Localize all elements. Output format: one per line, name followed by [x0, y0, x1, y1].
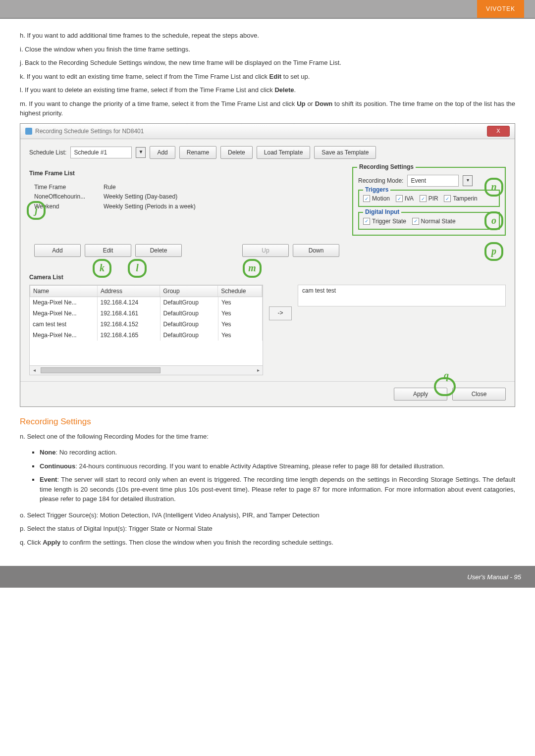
camera-row[interactable]: cam test test192.168.4.152DefaultGroupYe…: [30, 319, 263, 330]
step-l: l. If you want to delete an existing tim…: [20, 85, 515, 95]
content-area: h. If you want to add additional time fr…: [0, 19, 535, 566]
page-header: VIVOTEK: [0, 0, 535, 19]
move-right-button[interactable]: ->: [269, 306, 292, 320]
marker-k: k: [93, 259, 111, 278]
close-button[interactable]: Close: [452, 388, 506, 401]
camera-row[interactable]: Mega-Pixel Ne...192.168.4.165DefaultGrou…: [30, 330, 263, 341]
camera-scrollbar[interactable]: ◂ ▸: [30, 365, 263, 375]
window-title: Recording Schedule Settings for ND8401: [35, 128, 487, 135]
delete-schedule-button[interactable]: Delete: [220, 146, 253, 159]
step-m: m. If you want to change the priority of…: [20, 99, 515, 118]
load-template-button[interactable]: Load Template: [257, 146, 311, 159]
iva-checkbox[interactable]: ✓IVA: [396, 195, 414, 202]
tf-up-button[interactable]: Up: [242, 244, 289, 257]
tf-col-rule: Rule: [104, 184, 116, 191]
tf-edit-button[interactable]: Edit: [85, 244, 131, 257]
marker-q: q: [444, 370, 449, 381]
step-q: q. Click Apply to confirm the settings. …: [20, 538, 515, 548]
motion-checkbox[interactable]: ✓Motion: [363, 195, 390, 202]
digital-input-title: Digital Input: [363, 208, 401, 215]
recording-settings-heading: Recording Settings: [20, 417, 515, 427]
mode-bullets: None: No recording action. Continuous: 2…: [20, 448, 515, 504]
recording-mode-label: Recording Mode:: [358, 177, 403, 184]
step-h: h. If you want to add additional time fr…: [20, 31, 515, 41]
marker-n: n: [484, 178, 503, 197]
cam-col-schedule: Schedule: [218, 286, 262, 297]
page-footer: User's Manual - 95: [0, 566, 535, 588]
tf-down-button[interactable]: Down: [293, 244, 339, 257]
scroll-thumb[interactable]: [41, 367, 160, 373]
marker-p: p: [484, 242, 503, 261]
step-o: o. Select Trigger Source(s): Motion Dete…: [20, 510, 515, 520]
tf-header-row: Time Frame Rule: [34, 183, 339, 192]
step-p: p. Select the status of Digital Input(s)…: [20, 524, 515, 534]
tf-add-button[interactable]: Add: [34, 244, 81, 257]
brand-label: VIVOTEK: [477, 0, 524, 18]
rename-button[interactable]: Rename: [179, 146, 216, 159]
normal-state-checkbox[interactable]: ✓Normal State: [412, 218, 456, 225]
cam-col-group: Group: [160, 286, 218, 297]
selected-camera-box: cam test test: [298, 285, 506, 306]
step-i: i. Close the window when you finish the …: [20, 45, 515, 54]
recording-mode-dropdown[interactable]: Event: [407, 175, 459, 187]
window-close-button[interactable]: X: [487, 126, 510, 137]
schedule-row: Schedule List: Schedule #1 ▼ Add Rename …: [29, 146, 506, 159]
bullet-none: None: No recording action.: [40, 448, 515, 457]
tamper-checkbox[interactable]: ✓Tamperin: [444, 195, 477, 202]
add-schedule-button[interactable]: Add: [150, 146, 175, 159]
digital-input-box: Digital Input ✓Trigger State ✓Normal Sta…: [358, 212, 500, 230]
tf-row[interactable]: NoneOfficehourin... Weekly Setting (Day-…: [34, 192, 339, 202]
scroll-left-icon[interactable]: ◂: [30, 367, 39, 373]
app-icon: [25, 128, 32, 135]
marker-j: j: [27, 201, 46, 220]
recording-settings-title: Recording Settings: [357, 163, 416, 170]
trigger-state-checkbox[interactable]: ✓Trigger State: [363, 218, 406, 225]
tf-delete-button[interactable]: Delete: [135, 244, 182, 257]
bullet-continuous: Continuous: 24-hours continuous recordin…: [40, 461, 515, 471]
dropdown-arrow-icon[interactable]: ▾: [463, 175, 473, 186]
step-n: n. Select one of the following Recording…: [20, 432, 515, 442]
time-frame-list: Time Frame Rule NoneOfficehourin... Week…: [29, 181, 344, 265]
step-j: j. Back to the Recording Schedule Settin…: [20, 58, 515, 68]
marker-o: o: [484, 211, 503, 230]
marker-l: l: [128, 259, 147, 278]
schedule-list-label: Schedule List:: [29, 149, 66, 156]
tf-row[interactable]: Weekend Weekly Setting (Periods in a wee…: [34, 202, 339, 211]
camera-row[interactable]: Mega-Pixel Ne...192.168.4.124DefaultGrou…: [30, 297, 263, 308]
tf-name: NoneOfficehourin...: [34, 193, 104, 200]
save-template-button[interactable]: Save as Template: [314, 146, 376, 159]
page-number: User's Manual - 95: [467, 573, 521, 581]
cam-col-name: Name: [30, 286, 98, 297]
tf-rule: Weekly Setting (Periods in a week): [104, 203, 339, 210]
camera-row[interactable]: Mega-Pixel Ne...192.168.4.161DefaultGrou…: [30, 308, 263, 319]
pir-checkbox[interactable]: ✓PIR: [420, 195, 438, 202]
tf-col-timeframe: Time Frame: [34, 184, 104, 191]
window-title-bar: Recording Schedule Settings for ND8401 X: [20, 124, 515, 139]
step-k: k. If you want to edit an existing time …: [20, 72, 515, 82]
schedule-dropdown[interactable]: Schedule #1: [70, 147, 132, 158]
scroll-right-icon[interactable]: ▸: [254, 367, 263, 373]
dropdown-arrow-icon[interactable]: ▼: [136, 147, 146, 158]
tf-action-row: Add Edit Delete Up Down: [34, 241, 339, 260]
triggers-title: Triggers: [363, 186, 390, 193]
cam-col-address: Address: [98, 286, 160, 297]
triggers-box: Triggers ✓Motion ✓IVA ✓PIR ✓Tamperin: [358, 190, 500, 207]
camera-table: Name Address Group Schedule Mega-Pixel N…: [29, 285, 263, 375]
recording-settings-box: Recording Settings Recording Mode: Event…: [352, 167, 506, 236]
marker-m: m: [243, 259, 262, 278]
bullet-event: Event: The server will start to record o…: [40, 475, 515, 504]
time-frame-list-title: Time Frame List: [29, 170, 344, 177]
tf-rule: Weekly Setting (Day-based): [104, 193, 339, 200]
screenshot: Recording Schedule Settings for ND8401 X…: [20, 123, 515, 407]
